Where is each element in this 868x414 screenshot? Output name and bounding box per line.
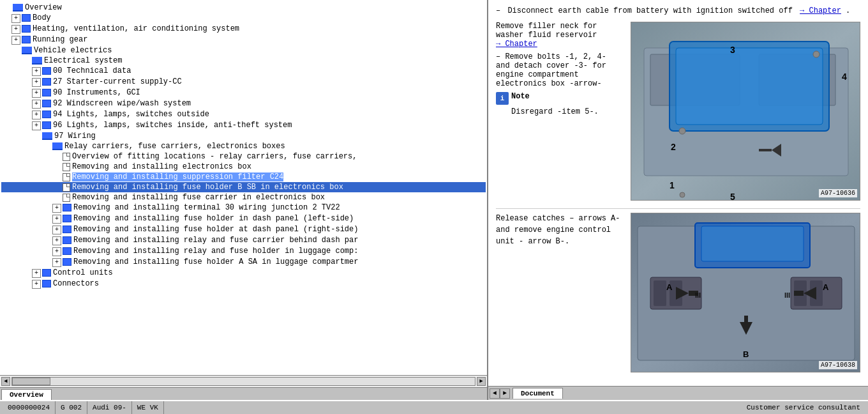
- instruction-text-1: Disconnect earth cable from battery with…: [507, 6, 792, 15]
- expand-icon[interactable]: +: [52, 226, 61, 234]
- tree-item-00-tech[interactable]: +00 Technical data: [1, 66, 486, 77]
- scroll-left-arrow[interactable]: ◄: [1, 377, 10, 386]
- instruction-section-2: 1 2 3 4 5 A97-10636 Remove filler neck f…: [496, 22, 860, 203]
- chapter-link-1[interactable]: → Chapter: [800, 6, 841, 15]
- status-segment-4: WE VK: [132, 401, 164, 414]
- bullet-dash-2: –: [496, 52, 505, 61]
- svg-text:3: 3: [730, 45, 735, 55]
- item-label: Relay carriers, fuse carriers, electroni…: [64, 142, 285, 151]
- bullet-icon: [22, 36, 31, 43]
- tree-item-removing-suppression[interactable]: Removing and installing suppression filt…: [1, 172, 486, 182]
- expand-icon[interactable]: +: [11, 25, 20, 34]
- expand-icon[interactable]: +: [52, 204, 61, 213]
- tree-item-running-gear[interactable]: +Running gear: [1, 34, 486, 45]
- item-label: Heating, ventilation, air conditioning s…: [33, 24, 239, 33]
- instruction-section-4: III III A A B: [496, 213, 860, 375]
- expand-icon[interactable]: +: [32, 121, 41, 130]
- tab-overview[interactable]: Overview: [1, 389, 52, 400]
- book-icon: [32, 57, 42, 65]
- scroll-right-arrow[interactable]: ►: [477, 377, 486, 386]
- book-icon: [22, 47, 32, 54]
- bullet-icon: [42, 280, 51, 288]
- tree-item-relay-carriers[interactable]: Relay carriers, fuse carriers, electroni…: [1, 141, 486, 151]
- item-label: Removing and installing fuse holder B SB…: [72, 183, 343, 192]
- item-label: 97 Wiring: [54, 132, 96, 141]
- tree-container[interactable]: Overview+Body+Heating, ventilation, air …: [0, 0, 487, 375]
- bullet-icon: [63, 258, 71, 266]
- tree-item-overview-fitting[interactable]: Overview of fitting locations - relay ca…: [1, 151, 486, 162]
- tree-item-removing-relay-luggage1[interactable]: +Removing and installing relay and fuse …: [1, 246, 486, 257]
- tree-item-96-lights-in[interactable]: +96 Lights, lamps, switches inside, anti…: [1, 120, 486, 131]
- tree-item-overview[interactable]: Overview: [1, 3, 486, 13]
- bullet-icon: [63, 236, 71, 244]
- tree-item-removing-terminal-30[interactable]: +Removing and installing terminal 30 wir…: [1, 203, 486, 213]
- expand-icon[interactable]: +: [32, 67, 41, 76]
- item-label: 96 Lights, lamps, switches inside, anti-…: [53, 121, 292, 130]
- bullet-icon: [22, 25, 31, 33]
- tree-item-97-wiring[interactable]: 97 Wiring: [1, 131, 486, 141]
- tree-item-removing-electronics[interactable]: Removing and installing electronics box: [1, 162, 486, 172]
- note-block: i Note: [496, 92, 623, 105]
- expand-icon[interactable]: +: [32, 111, 41, 119]
- svg-rect-6: [676, 48, 823, 125]
- doc-icon: [63, 194, 70, 202]
- expand-icon[interactable]: +: [32, 100, 41, 109]
- doc-icon: [63, 153, 70, 161]
- bullet-icon: [42, 111, 51, 118]
- expand-icon[interactable]: +: [32, 269, 41, 278]
- period-1: .: [846, 6, 850, 15]
- tree-item-connectors[interactable]: +Connectors: [1, 279, 486, 289]
- bullet-icon: [42, 121, 51, 129]
- left-panel: Overview+Body+Heating, ventilation, air …: [0, 0, 488, 400]
- item-label: Removing and installing fuse carrier in …: [72, 193, 325, 202]
- tree-item-hvac[interactable]: +Heating, ventilation, air conditioning …: [1, 24, 486, 34]
- tree-item-27-starter[interactable]: +27 Starter-current supply-CC: [1, 77, 486, 88]
- nav-next-arrow[interactable]: ►: [500, 388, 510, 399]
- svg-text:5: 5: [730, 192, 735, 201]
- tree-item-removing-relay-dash[interactable]: +Removing and installing relay and fuse …: [1, 235, 486, 246]
- scrollbar-thumb[interactable]: [12, 378, 50, 385]
- tree-item-body[interactable]: +Body: [1, 13, 486, 24]
- nav-prev-arrow[interactable]: ◄: [490, 388, 500, 399]
- bullet-icon: [63, 247, 71, 255]
- expand-icon[interactable]: +: [32, 89, 41, 98]
- expand-icon[interactable]: +: [52, 258, 61, 267]
- tree-item-90-instruments[interactable]: +90 Instruments, GCI: [1, 88, 486, 98]
- svg-text:1: 1: [670, 180, 675, 190]
- bullet-dash-1: –: [496, 6, 500, 15]
- tree-item-removing-fuse-holder-sa[interactable]: +Removing and installing fuse holder A S…: [1, 257, 486, 268]
- tab-document[interactable]: Document: [513, 388, 563, 399]
- nav-arrows: ◄ ►: [490, 388, 510, 399]
- expand-icon[interactable]: +: [52, 247, 61, 256]
- right-bottom-bar: ◄ ► Document: [488, 386, 868, 400]
- right-content[interactable]: – Disconnect earth cable from battery wi…: [488, 0, 868, 386]
- svg-text:A: A: [666, 282, 673, 292]
- image2-ref: A97-10638: [819, 361, 857, 369]
- book-icon: [52, 142, 63, 150]
- item-label: Removing and installing suppression filt…: [72, 172, 283, 181]
- bullet-icon: [22, 14, 31, 22]
- item-label: 94 Lights, lamps, switches outside: [53, 110, 209, 119]
- tree-item-control-units[interactable]: +Control units: [1, 268, 486, 279]
- expand-icon[interactable]: +: [11, 14, 20, 23]
- tree-item-removing-fuse-dash-right[interactable]: +Removing and installing fuse holder at …: [1, 224, 486, 235]
- horizontal-scrollbar[interactable]: [11, 377, 475, 386]
- expand-icon[interactable]: +: [52, 215, 61, 224]
- right-panel: – Disconnect earth cable from battery wi…: [488, 0, 868, 400]
- tree-item-removing-fuse-holder-sb[interactable]: Removing and installing fuse holder B SB…: [1, 182, 486, 192]
- item-label: Running gear: [33, 35, 87, 44]
- expand-icon[interactable]: +: [52, 236, 61, 245]
- tree-item-vehicle-electrics[interactable]: Vehicle electrics: [1, 45, 486, 56]
- tree-item-removing-fuse-dash-left[interactable]: +Removing and installing fuse holder in …: [1, 213, 486, 224]
- expand-icon[interactable]: +: [11, 36, 20, 45]
- tree-item-92-windscreen[interactable]: +92 Windscreen wipe/wash system: [1, 98, 486, 109]
- main-content: Overview+Body+Heating, ventilation, air …: [0, 0, 868, 400]
- tree-item-removing-fuse-carrier[interactable]: Removing and installing fuse carrier in …: [1, 192, 486, 203]
- expand-icon[interactable]: +: [32, 78, 41, 87]
- chapter-link-2[interactable]: → Chapter: [496, 40, 537, 49]
- svg-rect-32: [794, 291, 804, 296]
- svg-text:4: 4: [842, 72, 847, 82]
- tree-item-electrical-system[interactable]: Electrical system: [1, 56, 486, 66]
- tree-item-94-lights-out[interactable]: +94 Lights, lamps, switches outside: [1, 109, 486, 120]
- expand-icon[interactable]: +: [32, 280, 41, 289]
